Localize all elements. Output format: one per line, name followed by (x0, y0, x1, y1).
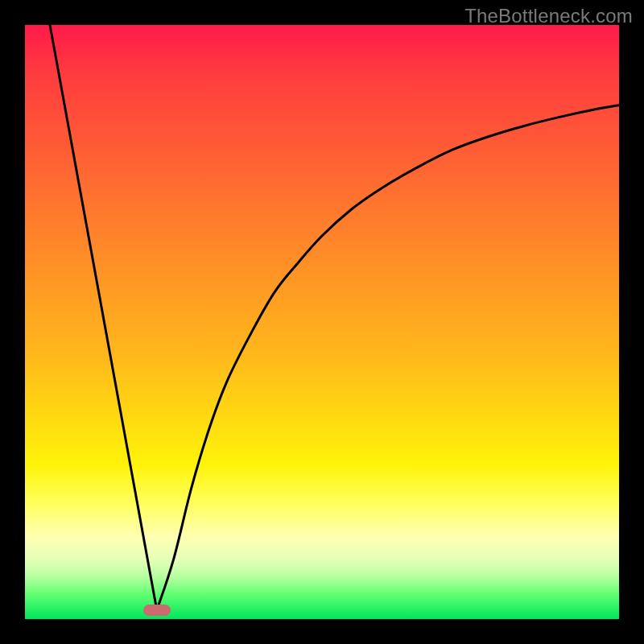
bottleneck-curve (25, 25, 619, 619)
chart-frame: TheBottleneck.com (0, 0, 644, 644)
plot-area (25, 25, 619, 619)
watermark-text: TheBottleneck.com (464, 5, 633, 27)
minimum-marker (143, 605, 171, 616)
